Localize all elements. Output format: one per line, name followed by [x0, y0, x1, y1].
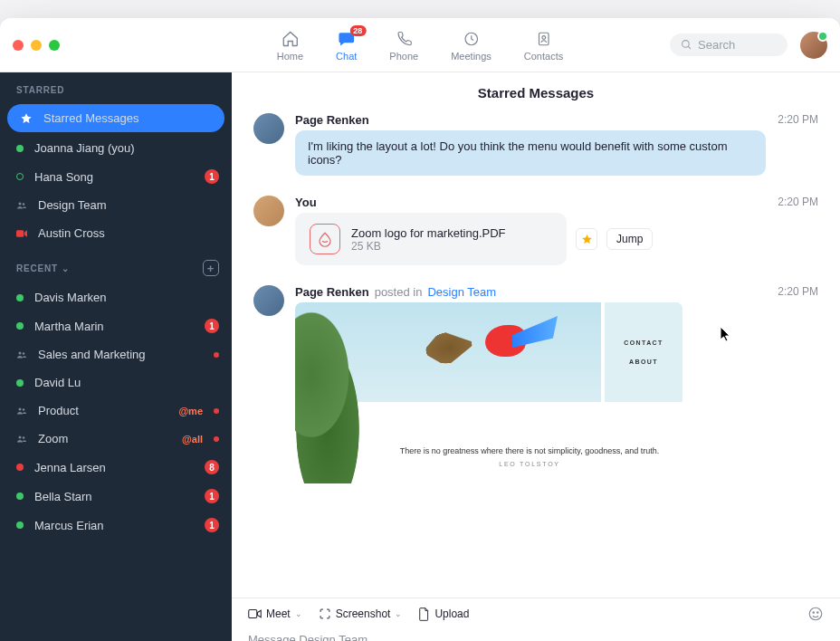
presence-online-icon — [16, 145, 24, 152]
profile-avatar[interactable] — [800, 32, 827, 59]
svg-point-16 — [817, 612, 819, 614]
search-placeholder: Search — [698, 38, 735, 52]
message-author: Page Renken — [295, 285, 369, 299]
group-icon — [16, 349, 27, 361]
sidebar-item-label: Sales and Marketing — [38, 348, 203, 361]
sidebar-item-zoom[interactable]: Zoom @all — [0, 425, 232, 453]
chat-badge: 28 — [349, 25, 366, 36]
presence-online-icon — [16, 493, 24, 500]
search-icon — [681, 39, 692, 51]
sidebar-item-hana-song[interactable]: Hana Song 1 — [0, 162, 232, 191]
sidebar-item-austin-cross[interactable]: Austin Cross — [0, 219, 232, 247]
mention-me-label: @me — [178, 406, 203, 416]
unread-badge: 1 — [205, 169, 219, 184]
chevron-down-icon: ⌄ — [395, 609, 402, 618]
file-name: Zoom logo for marketing.PDF — [351, 226, 506, 240]
minimize-window-button[interactable] — [31, 40, 42, 51]
image-parrot-illustration — [485, 316, 558, 366]
sidebar-item-marcus-erian[interactable]: Marcus Erian 1 — [0, 511, 232, 540]
sidebar-item-design-team[interactable]: Design Team — [0, 191, 232, 219]
home-icon — [280, 29, 300, 49]
nav-chat[interactable]: 28 Chat — [336, 29, 357, 62]
nav-chat-label: Chat — [336, 51, 357, 62]
message-avatar[interactable] — [253, 285, 284, 316]
message-avatar[interactable] — [253, 196, 284, 226]
svg-point-5 — [23, 203, 25, 206]
sidebar-item-starred-messages[interactable]: Starred Messages — [7, 104, 224, 132]
sidebar-item-label: Austin Cross — [38, 226, 219, 240]
screenshot-label: Screenshot — [336, 608, 391, 620]
file-icon — [418, 608, 430, 621]
sidebar-item-jenna-larsen[interactable]: Jenna Larsen 8 — [0, 453, 232, 482]
nav-meetings-label: Meetings — [451, 51, 492, 62]
maximize-window-button[interactable] — [49, 40, 60, 51]
screenshot-icon — [319, 608, 331, 620]
group-icon — [16, 199, 27, 212]
emoji-button[interactable] — [807, 606, 824, 622]
image-attachment[interactable]: CONTACT ABOUT There is no greatness wher… — [295, 302, 682, 483]
sidebar-item-sales-and-marketing[interactable]: Sales and Marketing — [0, 340, 232, 368]
svg-point-8 — [23, 352, 25, 355]
nav-contacts[interactable]: Contacts — [524, 29, 563, 62]
sidebar-item-label: Product — [38, 404, 167, 417]
svg-point-7 — [19, 351, 22, 354]
image-nav-panel: CONTACT ABOUT — [601, 302, 682, 402]
image-quote: There is no greatness where there is not… — [395, 446, 664, 467]
titlebar: Home 28 Chat Phone Meetings — [0, 18, 840, 72]
message-author: You — [295, 196, 317, 209]
message-input-placeholder: Message Design Team... — [248, 633, 377, 641]
screenshot-button[interactable]: Screenshot ⌄ — [319, 608, 403, 620]
svg-point-10 — [23, 408, 25, 411]
presence-busy-icon — [16, 229, 27, 238]
meet-label: Meet — [266, 608, 291, 620]
sidebar-item-label: Martha Marin — [34, 320, 194, 333]
image-eagle-illustration — [419, 325, 479, 370]
page-title: Starred Messages — [232, 72, 840, 113]
sidebar-item-label: Hana Song — [34, 170, 194, 184]
add-recent-button[interactable]: + — [203, 260, 219, 276]
meet-button[interactable]: Meet ⌄ — [248, 608, 302, 620]
image-quote-attribution: LEO TOLSTOY — [395, 461, 664, 467]
svg-rect-6 — [16, 230, 24, 237]
message-time: 2:20 PM — [778, 113, 818, 126]
svg-point-14 — [809, 608, 822, 620]
group-icon — [16, 433, 27, 445]
search-input[interactable]: Search — [670, 33, 788, 56]
sidebar-item-joanna-jiang[interactable]: Joanna Jiang (you) — [0, 134, 232, 162]
sidebar-recent-header[interactable]: RECENT ⌄ + — [0, 247, 232, 283]
svg-point-15 — [813, 612, 815, 614]
message-channel[interactable]: Design Team — [427, 285, 496, 299]
jump-button[interactable]: Jump — [606, 228, 653, 250]
message-list[interactable]: Page Renken I'm liking the layout a lot!… — [232, 113, 840, 598]
star-button[interactable] — [576, 228, 597, 250]
sidebar-item-martha-marin[interactable]: Martha Marin 1 — [0, 311, 232, 340]
star-icon — [20, 112, 33, 125]
sidebar-item-davis-marken[interactable]: Davis Marken — [0, 283, 232, 311]
nav-contacts-label: Contacts — [524, 51, 563, 62]
file-attachment[interactable]: Zoom logo for marketing.PDF 25 KB — [295, 213, 567, 265]
nav-meetings[interactable]: Meetings — [451, 29, 492, 62]
message-input[interactable]: Message Design Team... — [232, 629, 840, 641]
sidebar: STARRED Starred Messages Joanna Jiang (y… — [0, 72, 232, 641]
presence-online-icon — [16, 521, 24, 529]
message-bubble: I'm liking the layout a lot! Do you thin… — [295, 130, 766, 176]
sidebar-item-label: Zoom — [38, 432, 171, 445]
sidebar-item-product[interactable]: Product @me — [0, 397, 232, 425]
upload-button[interactable]: Upload — [418, 608, 469, 621]
sidebar-item-bella-starn[interactable]: Bella Starn 1 — [0, 482, 232, 511]
clock-icon — [461, 29, 481, 49]
sidebar-item-label: Jenna Larsen — [34, 461, 194, 474]
image-nav-contact: CONTACT — [624, 340, 663, 346]
svg-point-11 — [19, 435, 22, 438]
message-time: 2:20 PM — [778, 285, 818, 298]
nav-phone[interactable]: Phone — [389, 29, 418, 62]
svg-rect-13 — [249, 610, 257, 618]
close-window-button[interactable] — [13, 40, 24, 51]
message-avatar[interactable] — [253, 113, 284, 144]
unread-dot — [214, 436, 219, 442]
message-time: 2:20 PM — [778, 196, 818, 208]
message-author: Page Renken — [295, 113, 369, 127]
file-size: 25 KB — [351, 240, 506, 253]
nav-home[interactable]: Home — [277, 29, 303, 62]
sidebar-item-david-lu[interactable]: David Lu — [0, 368, 232, 397]
